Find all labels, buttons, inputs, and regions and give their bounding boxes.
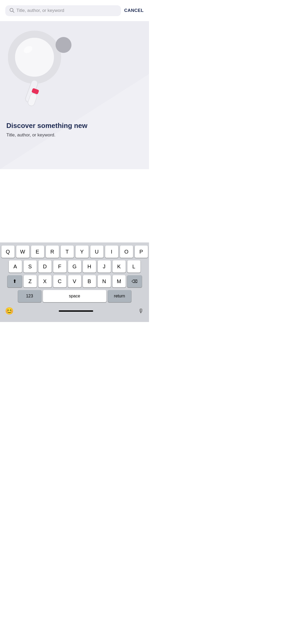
space-key[interactable]: space (43, 290, 106, 302)
key-f[interactable]: F (53, 260, 66, 273)
key-j[interactable]: J (98, 260, 111, 273)
key-a[interactable]: A (9, 260, 22, 273)
home-indicator (59, 310, 93, 312)
search-input[interactable] (16, 8, 117, 13)
search-header: CANCEL (0, 0, 149, 21)
key-t[interactable]: T (61, 246, 74, 258)
key-l[interactable]: L (127, 260, 141, 273)
keyboard-row-4: 123 space return (1, 290, 148, 302)
key-e[interactable]: E (31, 246, 44, 258)
key-g[interactable]: G (68, 260, 81, 273)
key-i[interactable]: I (105, 246, 118, 258)
keyboard-row-1: Q W E R T Y U I O P (1, 246, 148, 258)
key-x[interactable]: X (38, 275, 52, 287)
key-b[interactable]: B (83, 275, 96, 287)
search-bar[interactable] (5, 5, 121, 16)
key-v[interactable]: V (68, 275, 81, 287)
key-z[interactable]: Z (24, 275, 37, 287)
content-area: Discover something new Title, author, or… (0, 21, 149, 169)
discover-title: Discover something new (6, 122, 87, 130)
key-o[interactable]: O (120, 246, 133, 258)
key-h[interactable]: H (83, 260, 96, 273)
illustration-area (0, 21, 149, 116)
keyboard-row-2: A S D F G H J K L (1, 260, 148, 273)
key-p[interactable]: P (135, 246, 148, 258)
keyboard-row-3: ⬆ Z X C V B N M ⌫ (1, 275, 148, 287)
svg-line-1 (13, 11, 14, 12)
key-d[interactable]: D (38, 260, 52, 273)
key-n[interactable]: N (98, 275, 111, 287)
decorative-circle (56, 37, 71, 53)
key-w[interactable]: W (16, 246, 29, 258)
discover-subtitle: Title, author, or keyword. (6, 132, 87, 138)
key-s[interactable]: S (24, 260, 37, 273)
key-r[interactable]: R (46, 246, 59, 258)
key-y[interactable]: Y (75, 246, 89, 258)
key-k[interactable]: K (112, 260, 126, 273)
numbers-key[interactable]: 123 (18, 290, 41, 302)
discover-text-block: Discover something new Title, author, or… (0, 116, 94, 140)
search-icon (10, 8, 14, 13)
keyboard: Q W E R T Y U I O P A S D F G H J K L ⬆ … (0, 242, 149, 322)
return-key[interactable]: return (108, 290, 131, 302)
cancel-button[interactable]: CANCEL (124, 7, 144, 14)
mic-icon[interactable]: 🎙 (138, 308, 144, 315)
svg-point-5 (15, 38, 54, 77)
key-m[interactable]: M (112, 275, 126, 287)
key-q[interactable]: Q (1, 246, 15, 258)
emoji-icon[interactable]: 😊 (5, 307, 13, 315)
shift-key[interactable]: ⬆ (7, 275, 22, 287)
key-c[interactable]: C (53, 275, 66, 287)
bottom-bar: 😊 🎙 (1, 305, 148, 320)
delete-key[interactable]: ⌫ (127, 275, 142, 287)
key-u[interactable]: U (90, 246, 103, 258)
